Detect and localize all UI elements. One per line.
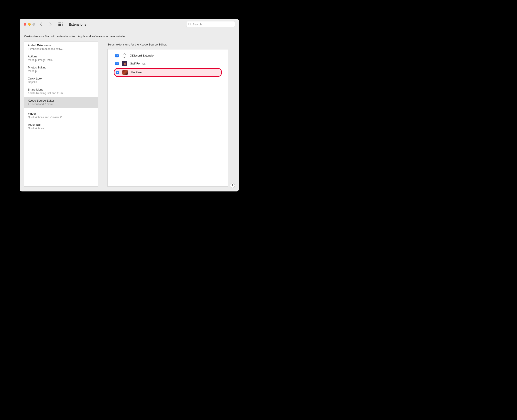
sidebar-item-subtitle: Quick Actions <box>28 127 94 130</box>
nav-arrows <box>40 23 51 26</box>
sidebar-item-actions[interactable]: Actions Markup, ImageOptim <box>24 53 98 64</box>
sidebar-item-title: Touch Bar <box>28 123 94 126</box>
hexagon-icon <box>122 53 127 58</box>
extension-checkbox[interactable] <box>115 62 119 65</box>
show-all-icon[interactable] <box>58 22 62 26</box>
extension-row-swiftformat[interactable]: SwiftFormat <box>108 60 228 68</box>
detail-pane: Select extensions for the Xcode Source E… <box>101 42 235 187</box>
page-description: Customize your Mac with extensions from … <box>20 30 239 42</box>
sidebar-item-touch-bar[interactable]: Touch Bar Quick Actions <box>24 121 98 132</box>
check-icon <box>116 54 118 57</box>
forward-button <box>48 22 52 26</box>
traffic-lights <box>24 23 35 26</box>
sidebar-item-title: Finder <box>28 112 94 115</box>
sidebar-item-title: Xcode Source Editor <box>28 99 94 102</box>
window-title: Extensions <box>69 22 86 26</box>
search-input[interactable] <box>193 23 233 26</box>
sidebar-item-subtitle: Markup, ImageOptim <box>28 59 94 62</box>
extension-checkbox[interactable] <box>115 54 119 57</box>
sidebar-item-quick-look[interactable]: Quick Look Gapplin <box>24 75 98 86</box>
extension-checkbox[interactable] <box>116 71 119 74</box>
check-icon <box>116 71 119 74</box>
sidebar-item-share-menu[interactable]: Share Menu Add to Reading List and 11 m… <box>24 86 98 97</box>
minimize-window-button[interactable] <box>28 23 31 26</box>
sidebar-item-xcode-source-editor[interactable]: Xcode Source Editor XDiscord and 2 more… <box>24 97 98 108</box>
toolbar: Extensions <box>20 19 239 30</box>
extension-name: XDiscord Extension <box>130 54 155 57</box>
search-icon <box>188 23 191 26</box>
multiliner-icon <box>122 70 128 75</box>
check-icon <box>116 62 118 65</box>
content-area: Added Extensions Extensions from added s… <box>20 42 239 191</box>
back-button[interactable] <box>40 22 44 26</box>
sidebar-item-subtitle: Extensions from added softw… <box>28 47 94 51</box>
sidebar-item-subtitle: Add to Reading List and 11 m… <box>28 92 94 95</box>
sidebar-item-added-extensions[interactable]: Added Extensions Extensions from added s… <box>24 42 98 53</box>
extension-row-multiliner[interactable]: Multiliner <box>114 68 222 77</box>
close-window-button[interactable] <box>24 23 26 26</box>
sidebar-item-subtitle: XDiscord and 2 more… <box>28 103 94 106</box>
sidebar-item-subtitle: Markup <box>28 70 94 73</box>
sidebar-item-subtitle: Gapplin <box>28 81 94 84</box>
preferences-window: Extensions Customize your Mac with exten… <box>20 19 239 191</box>
sidebar-item-title: Added Extensions <box>28 44 94 47</box>
sidebar-item-title: Quick Look <box>28 77 94 80</box>
help-button[interactable]: ? <box>230 183 235 188</box>
swiftformat-icon <box>122 61 127 66</box>
sidebar-item-title: Actions <box>28 55 94 58</box>
extension-list: XDiscord Extension SwiftFormat <box>107 49 228 187</box>
sidebar-item-title: Share Menu <box>28 88 94 91</box>
zoom-window-button <box>32 23 35 26</box>
sidebar-divider <box>28 109 94 109</box>
search-field[interactable] <box>186 21 235 27</box>
sidebar-item-photos-editing[interactable]: Photos Editing Markup <box>24 64 98 75</box>
sidebar-item-subtitle: Quick Actions and Preview P… <box>28 116 94 119</box>
detail-heading: Select extensions for the Xcode Source E… <box>101 42 235 49</box>
extension-name: Multiliner <box>131 71 142 74</box>
sidebar-item-finder[interactable]: Finder Quick Actions and Preview P… <box>24 110 98 121</box>
extension-name: SwiftFormat <box>130 62 145 65</box>
category-sidebar: Added Extensions Extensions from added s… <box>24 42 98 187</box>
extension-row-xdiscord[interactable]: XDiscord Extension <box>108 52 228 60</box>
sidebar-item-title: Photos Editing <box>28 66 94 69</box>
